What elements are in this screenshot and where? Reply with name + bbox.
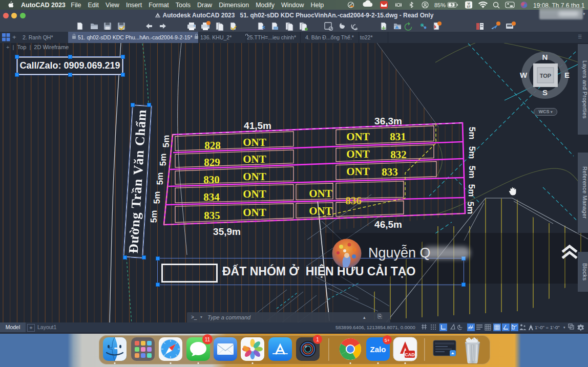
svg-text:ONT: ONT (243, 153, 266, 165)
svg-text:ONT: ONT (243, 206, 266, 219)
svg-text:ONT: ONT (346, 131, 370, 143)
svg-text:831: 831 (390, 131, 406, 143)
svg-text:830: 830 (203, 174, 220, 186)
svg-text:46,5m: 46,5m (374, 219, 402, 230)
svg-text:36,3m: 36,3m (374, 116, 402, 126)
svg-text:835: 835 (204, 209, 220, 222)
svg-text:E: E (564, 71, 570, 79)
svg-text:ONT: ONT (243, 188, 266, 200)
svg-text:W: W (520, 71, 528, 79)
svg-text:5m: 5m (467, 184, 476, 197)
svg-text:11: 11 (205, 337, 211, 342)
svg-text:5m: 5m (152, 191, 162, 204)
svg-text:832: 832 (390, 148, 407, 161)
svg-text:ONT: ONT (309, 187, 332, 200)
svg-text:41,5m: 41,5m (244, 120, 271, 131)
svg-text:N: N (542, 53, 548, 61)
svg-text:Zalo: Zalo (370, 345, 386, 354)
svg-text:5m: 5m (467, 146, 477, 159)
svg-text:5m: 5m (161, 135, 171, 148)
svg-text:85%: 85% (434, 2, 446, 8)
svg-text:5m: 5m (466, 202, 475, 214)
svg-text:833: 833 (382, 166, 398, 178)
svg-text:828: 828 (204, 139, 221, 152)
svg-text:TOP: TOP (540, 73, 551, 79)
svg-text:829: 829 (204, 156, 220, 168)
svg-text:1: 1 (316, 337, 319, 342)
svg-text:ONT: ONT (346, 165, 370, 178)
svg-text:5m: 5m (155, 172, 165, 185)
svg-text:▾: ▾ (563, 326, 565, 329)
svg-text:836: 836 (345, 195, 362, 207)
svg-text:834: 834 (203, 191, 220, 203)
svg-text:5m: 5m (467, 127, 477, 140)
svg-text:1'-0" = 1'-0": 1'-0" = 1'-0" (535, 325, 560, 330)
svg-text:CAD: CAD (405, 352, 415, 357)
svg-text:ONT: ONT (346, 148, 370, 160)
svg-text:ONT: ONT (309, 205, 332, 217)
svg-text:ONT: ONT (243, 136, 266, 148)
svg-text:S: S (542, 88, 548, 97)
svg-text:35,9m: 35,9m (213, 226, 241, 237)
svg-text:5m: 5m (467, 166, 477, 179)
svg-text:5m: 5m (158, 154, 168, 166)
svg-text:5+: 5+ (385, 338, 390, 343)
svg-text:5m: 5m (149, 210, 159, 223)
svg-text:ONT: ONT (243, 170, 266, 183)
svg-text:ST: ST (467, 5, 471, 8)
